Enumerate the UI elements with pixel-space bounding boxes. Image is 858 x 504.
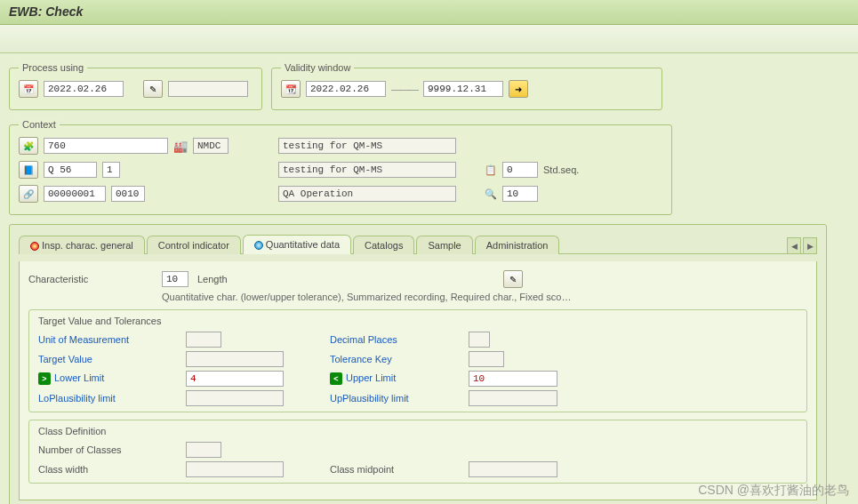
upper-limit-input[interactable] xyxy=(469,371,557,387)
loplaus-label[interactable]: LoPlausibility limit xyxy=(38,393,180,404)
num-classes-label: Number of Classes xyxy=(38,444,180,455)
factory-icon: 🏭 xyxy=(173,140,188,153)
process-date-input[interactable] xyxy=(44,81,124,97)
tab-catalogs[interactable]: Catalogs xyxy=(353,236,414,254)
group-icon[interactable]: 📘 xyxy=(19,161,38,179)
char-icon: 🔍 xyxy=(485,188,497,200)
char-description: Quantitative char. (lower/upper toleranc… xyxy=(162,292,807,302)
tab-scroll-left[interactable]: ◀ xyxy=(787,237,801,253)
validity-from-input[interactable] xyxy=(306,81,386,97)
target-label[interactable]: Target Value xyxy=(38,354,180,364)
uom-input[interactable] xyxy=(186,332,221,348)
page-title: EWB: Check xyxy=(9,4,849,19)
class-width-label: Class width xyxy=(38,464,180,475)
group-input[interactable] xyxy=(44,162,97,178)
num-classes-input[interactable] xyxy=(186,442,221,458)
routing-icon[interactable]: 🔗 xyxy=(19,185,38,203)
class-width-input[interactable] xyxy=(186,461,284,477)
date-separator: ——— xyxy=(391,84,418,94)
calendar-icon[interactable]: 📅 xyxy=(19,80,38,98)
class-mid-label: Class midpoint xyxy=(330,464,463,475)
tab-sample[interactable]: Sample xyxy=(416,236,472,254)
desc3 xyxy=(278,186,456,202)
tolkey-input[interactable] xyxy=(469,351,504,367)
upper-limit-label[interactable]: <Upper Limit xyxy=(330,372,463,385)
process-using-group: Process using 📅 ✎ xyxy=(9,62,262,110)
title-bar: EWB: Check xyxy=(0,0,858,25)
toolbar-strip xyxy=(0,25,858,53)
tab-control-indicator[interactable]: Control indicator xyxy=(147,236,241,254)
target-input[interactable] xyxy=(186,351,284,367)
tab-administration[interactable]: Administration xyxy=(475,236,560,254)
target-title: Target Value and Tolerances xyxy=(38,316,798,326)
op-input[interactable] xyxy=(111,186,145,202)
desc2 xyxy=(278,162,456,178)
characteristic-value[interactable] xyxy=(162,271,188,287)
lower-limit-label[interactable]: >Lower Limit xyxy=(38,372,180,385)
class-title: Class Definition xyxy=(38,426,798,436)
upplaus-label[interactable]: UpPlausibility limit xyxy=(330,393,463,404)
desc1 xyxy=(278,138,456,154)
context-legend: Context xyxy=(19,119,60,130)
validity-to-input[interactable] xyxy=(423,81,503,97)
tab-quantitative-data[interactable]: Quantitative data xyxy=(243,235,351,254)
tab-scroll-right[interactable]: ▶ xyxy=(803,237,817,253)
target-tolerances-group: Target Value and Tolerances Unit of Meas… xyxy=(28,309,807,412)
uom-label[interactable]: Unit of Measurement xyxy=(38,334,180,345)
goto-icon[interactable]: ➜ xyxy=(509,80,528,98)
class-mid-input[interactable] xyxy=(469,461,557,477)
validity-window-group: Validity window 📆 ——— ➜ xyxy=(271,62,662,110)
process-extra-input[interactable] xyxy=(168,81,248,97)
dec-input[interactable] xyxy=(469,332,490,348)
watermark: CSDN @喜欢打酱油的老鸟 xyxy=(698,483,849,499)
characteristic-label: Characteristic xyxy=(28,274,153,284)
tab-strip: Insp. charac. general Control indicator … xyxy=(19,234,817,254)
calendar-range-icon[interactable]: 📆 xyxy=(281,80,301,98)
routing-input[interactable] xyxy=(44,186,106,202)
context-group: Context 🧩 🏭 📘 📋 S xyxy=(9,119,672,215)
plant-name xyxy=(193,138,229,154)
characteristic-name: Length xyxy=(197,274,228,284)
loplaus-input[interactable] xyxy=(186,390,284,406)
wand-icon[interactable]: ✎ xyxy=(143,80,163,98)
std-count[interactable] xyxy=(502,162,538,178)
tab-panel-quantitative: Characteristic Length ✎ Quantitative cha… xyxy=(19,261,817,500)
edit-icon[interactable]: ✎ xyxy=(503,270,523,288)
tolkey-label[interactable]: Tolerance Key xyxy=(330,354,463,364)
std-label: Std.seq. xyxy=(543,164,579,175)
main-content: Process using 📅 ✎ Validity window 📆 ——— … xyxy=(0,53,858,504)
upplaus-input[interactable] xyxy=(469,390,557,406)
plant-input[interactable] xyxy=(44,138,168,154)
upper-limit-icon: < xyxy=(330,372,342,385)
tab-insp-charac-general[interactable]: Insp. charac. general xyxy=(19,236,145,254)
lower-limit-icon: > xyxy=(38,372,51,385)
plant-icon[interactable]: 🧩 xyxy=(19,137,38,155)
process-legend: Process using xyxy=(19,62,87,73)
tab-container: Insp. charac. general Control indicator … xyxy=(9,224,827,504)
char-no[interactable] xyxy=(502,186,538,202)
validity-legend: Validity window xyxy=(281,62,354,73)
class-definition-group: Class Definition Number of Classes Class… xyxy=(28,420,807,484)
counter-input[interactable] xyxy=(102,162,120,178)
detail-icon: 📋 xyxy=(485,164,497,176)
dec-label[interactable]: Decimal Places xyxy=(330,334,463,345)
lower-limit-input[interactable] xyxy=(186,371,284,387)
